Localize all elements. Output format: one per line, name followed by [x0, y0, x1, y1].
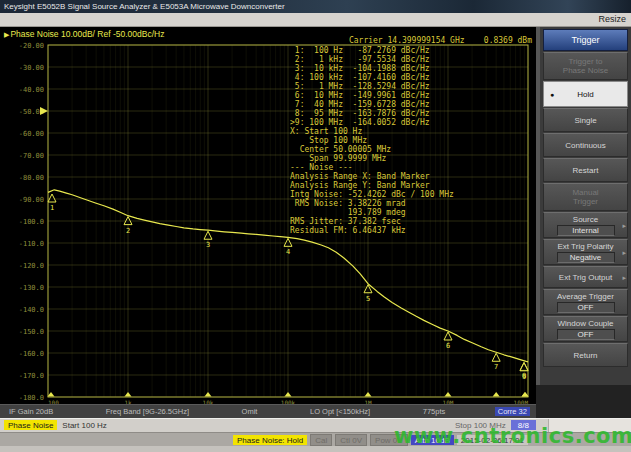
sidebar-item-label: Window Couple [557, 319, 613, 328]
active-trace-chip: Phase Noise [4, 420, 57, 430]
readout-line: Intg Noise: -52.4262 dBc / 100 MHz [290, 190, 454, 199]
y-axis-tick-label: -90.00 [19, 196, 44, 204]
phase-noise-plot[interactable]: ▶Phase Noise 10.00dB/ Ref -50.00dBc/Hz C… [0, 27, 536, 418]
y-axis-tick-label: -110.0 [19, 240, 44, 248]
trace-marker-number: 5 [366, 295, 370, 303]
menu-bar: Resize [0, 13, 631, 27]
softkey-sidebar: Trigger Trigger to Phase Noise●HoldSingl… [536, 27, 631, 418]
sidebar-item-trigger-to-phase-noise: Trigger to Phase Noise [543, 52, 628, 80]
y-axis-tick-label: -20.00 [19, 42, 44, 50]
plot-status-chip: Freq Band [9G-26.5GHz] [103, 407, 192, 416]
submenu-arrow-icon: ▸ [622, 221, 626, 230]
submenu-arrow-icon: ▸ [622, 273, 626, 282]
trace-marker-icon [520, 363, 528, 371]
resize-button[interactable]: Resize [598, 14, 626, 24]
readout-line: Span 99.9999 MHz [290, 154, 454, 163]
sidebar-item-hold[interactable]: ●Hold [543, 81, 628, 107]
readout-line: 2: 1 kHz -97.5534 dBc/Hz [290, 55, 454, 64]
phase-noise-chart[interactable]: -20.00-30.00-40.00-50.00-60.00-70.00-80.… [0, 27, 536, 418]
plot-status-bar: IF Gain 20dBFreq Band [9G-26.5GHz]OmitLO… [0, 404, 536, 418]
y-axis-tick-label: -140.0 [19, 306, 44, 314]
trace-marker-number: 7 [494, 363, 498, 371]
sidebar-item-label: Average Trigger [557, 292, 614, 301]
readout-line: 6: 10 MHz -149.9961 dBc/Hz [290, 91, 454, 100]
sidebar-menu-title: Trigger [543, 29, 628, 51]
trace-marker-icon [444, 332, 452, 340]
trace-marker-number: 2 [126, 227, 130, 235]
marker-readout-block: 1: 100 Hz -87.2769 dBc/Hz 2: 1 kHz -97.5… [290, 46, 454, 235]
readout-line: 193.789 mdeg [290, 208, 454, 217]
y-axis-tick-label: -80.00 [19, 174, 44, 182]
sidebar-item-label: Source [573, 215, 598, 224]
status-chip-phase-noise-hold: Phase Noise: Hold [233, 435, 307, 445]
sidebar-item-value: OFF [557, 302, 615, 313]
y-axis-tick-label: -70.00 [19, 152, 44, 160]
sidebar-item-single[interactable]: Single [543, 108, 628, 132]
readout-line: >9: 100 MHz -164.0052 dBc/Hz [290, 118, 454, 127]
application-window: Keysight E5052B Signal Source Analyzer &… [0, 0, 631, 452]
readout-line: Analysis Range Y: Band Marker [290, 181, 454, 190]
sidebar-item-window-couple[interactable]: Window CoupleOFF [543, 316, 628, 342]
sidebar-item-label: Single [574, 116, 596, 125]
y-axis-tick-label: -100.0 [19, 218, 44, 226]
readout-line: RMS Noise: 3.38226 mrad [290, 199, 454, 208]
trace-marker-number: 3 [206, 241, 210, 249]
sidebar-item-label: Trigger to Phase Noise [563, 57, 608, 75]
band-marker-tick-icon [285, 392, 292, 397]
trace-marker-number: 4 [286, 248, 290, 256]
band-marker-tick-icon [522, 392, 529, 397]
sidebar-item-restart[interactable]: Restart [543, 158, 628, 182]
y-axis-tick-label: -40.00 [19, 86, 44, 94]
band-marker-tick-icon [205, 392, 212, 397]
band-marker-tick-icon [445, 392, 452, 397]
window-title: Keysight E5052B Signal Source Analyzer &… [4, 2, 285, 11]
sidebar-item-ext-trig-output[interactable]: Ext Trig Output▸ [543, 266, 628, 288]
status-chip-cal: Cal [310, 434, 332, 446]
status-chip-ctl-0v: Ctl 0V [335, 434, 367, 446]
sidebar-item-return[interactable]: Return [543, 343, 628, 367]
submenu-arrow-icon: ▸ [622, 248, 626, 257]
sidebar-item-continuous[interactable]: Continuous [543, 133, 628, 157]
trace-marker-icon [48, 194, 56, 202]
sidebar-item-label: Ext Trig Output [559, 273, 612, 282]
sidebar-item-average-trigger[interactable]: Average TriggerOFF [543, 289, 628, 315]
readout-line: Residual FM: 6.46437 kHz [290, 226, 454, 235]
sidebar-item-label: Ext Trig Polarity [557, 242, 613, 251]
watermark-text: www.cntronics.com [394, 424, 631, 448]
readout-line: 4: 100 kHz -107.4160 dBc/Hz [290, 73, 454, 82]
readout-line: RMS Jitter: 37.382 fsec [290, 217, 454, 226]
readout-line: --- Noise --- [290, 163, 454, 172]
band-marker-tick-icon [125, 392, 132, 397]
trace-marker-number: 6 [446, 342, 450, 350]
sidebar-item-label: Return [573, 351, 597, 360]
band-marker-tick-icon [48, 392, 55, 397]
sidebar-item-label: Hold [577, 90, 593, 99]
y-axis-tick-label: -130.0 [19, 284, 44, 292]
readout-line: 5: 1 MHz -128.5294 dBc/Hz [290, 82, 454, 91]
sidebar-item-source[interactable]: SourceInternal▸ [543, 212, 628, 238]
window-title-bar[interactable]: Keysight E5052B Signal Source Analyzer &… [0, 0, 631, 13]
sidebar-item-value: Negative [557, 252, 615, 263]
sidebar-item-ext-trig-polarity[interactable]: Ext Trig PolarityNegative▸ [543, 239, 628, 265]
y-axis-tick-label: -150.0 [19, 328, 44, 336]
readout-line: Stop 100 MHz [290, 136, 454, 145]
sidebar-item-label: Manual Trigger [572, 188, 598, 206]
selected-bullet-icon: ● [550, 90, 554, 99]
y-axis-tick-label: -170.0 [19, 372, 44, 380]
sidebar-item-value: OFF [557, 329, 615, 340]
reference-level-arrow-icon [40, 107, 48, 115]
y-axis-tick-label: -160.0 [19, 350, 44, 358]
readout-line: Analysis Range X: Band Marker [290, 172, 454, 181]
plot-status-chip: IF Gain 20dB [6, 407, 56, 416]
readout-line: 1: 100 Hz -87.2769 dBc/Hz [290, 46, 454, 55]
readout-line: X: Start 100 Hz [290, 127, 454, 136]
y-axis-tick-label: -60.00 [19, 130, 44, 138]
readout-line: 7: 40 MHz -159.6728 dBc/Hz [290, 100, 454, 109]
readout-line: Center 50.00005 MHz [290, 145, 454, 154]
y-axis-tick-label: -120.0 [19, 262, 44, 270]
trace-marker-icon [492, 353, 500, 361]
trace-marker-number: 9 [522, 373, 526, 381]
readout-line: 8: 95 MHz -163.7876 dBc/Hz [290, 109, 454, 118]
sidebar-item-label: Restart [573, 166, 599, 175]
trace-marker-icon [204, 231, 212, 239]
